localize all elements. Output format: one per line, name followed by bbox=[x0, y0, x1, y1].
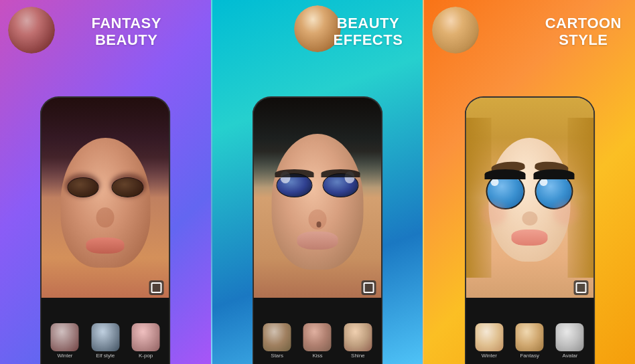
toggle-icon-beauty[interactable] bbox=[362, 280, 376, 295]
filter-strip-fantasy: Winter Elf style K-pop bbox=[42, 298, 169, 365]
preview-face-fantasy bbox=[8, 7, 55, 54]
filter-thumb-winter2[interactable]: Winter bbox=[475, 323, 503, 359]
panel-fantasy: FANTASY BEAUTY bbox=[0, 0, 211, 364]
filter-thumb-elf[interactable]: Elf style bbox=[91, 323, 119, 359]
filter-thumb-stars[interactable]: Stars bbox=[263, 323, 291, 359]
filter-strip-cartoon: Winter Fantasy Avatar bbox=[466, 298, 593, 365]
panel-title-fantasy: FANTASY BEAUTY bbox=[91, 15, 161, 49]
preview-face-cartoon bbox=[432, 7, 479, 54]
filter-thumb-avatar[interactable]: Avatar bbox=[556, 323, 584, 359]
panel-cartoon: CARTOON STYLE bbox=[423, 0, 635, 364]
filter-thumb-winter[interactable]: Winter bbox=[51, 323, 79, 359]
panel-title-beauty: BEAUTY EFFECTS bbox=[334, 15, 403, 49]
phone-fantasy: Winter Elf style K-pop bbox=[40, 96, 171, 364]
phone-beauty: Stars Kiss Shine bbox=[253, 96, 383, 364]
panel-title-cartoon: CARTOON STYLE bbox=[545, 15, 622, 49]
toggle-icon-cartoon[interactable] bbox=[573, 280, 588, 295]
panel-beauty: BEAUTY EFFECTS bbox=[211, 0, 423, 364]
filter-thumb-fantasy[interactable]: Fantasy bbox=[516, 323, 544, 359]
filter-thumb-shine[interactable]: Shine bbox=[344, 323, 372, 359]
filter-thumb-kpop[interactable]: K-pop bbox=[132, 323, 160, 359]
toggle-icon-fantasy[interactable] bbox=[149, 280, 164, 295]
phone-cartoon: Winter Fantasy Avatar bbox=[464, 96, 595, 364]
filter-strip-beauty: Stars Kiss Shine bbox=[254, 298, 382, 365]
filter-thumb-kiss[interactable]: Kiss bbox=[303, 323, 332, 359]
